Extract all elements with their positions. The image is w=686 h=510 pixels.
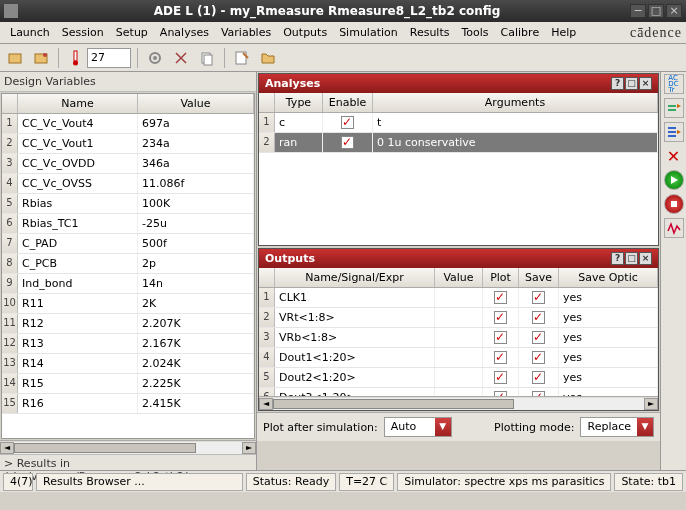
- outputs-icon[interactable]: [664, 122, 684, 142]
- output-value: [435, 368, 483, 387]
- col-name[interactable]: Name: [18, 94, 138, 113]
- save-checkbox[interactable]: [532, 311, 545, 324]
- analysis-row[interactable]: 2 ran 0 1u conservative: [259, 133, 658, 153]
- output-name: Dout2<1:20>: [275, 368, 435, 387]
- menu-variables[interactable]: Variables: [215, 24, 277, 41]
- temperature-input[interactable]: [87, 48, 131, 68]
- outputs-help-icon[interactable]: ?: [611, 252, 624, 265]
- close-button[interactable]: ×: [666, 4, 682, 18]
- output-value: [435, 388, 483, 396]
- dv-value: 2.225K: [138, 374, 254, 393]
- dv-row[interactable]: 5 Rbias 100K: [2, 194, 254, 214]
- enable-checkbox[interactable]: [341, 116, 354, 129]
- maximize-button[interactable]: □: [648, 4, 664, 18]
- design-variables-title: Design Variables: [0, 72, 256, 92]
- menu-results[interactable]: Results: [404, 24, 456, 41]
- svg-rect-3: [74, 51, 77, 61]
- col-value[interactable]: Value: [138, 94, 254, 113]
- setup-icon[interactable]: [664, 98, 684, 118]
- folder-icon[interactable]: [257, 47, 279, 69]
- dv-row[interactable]: 4 CC_Vc_OVSS 11.086f: [2, 174, 254, 194]
- copy-icon[interactable]: [196, 47, 218, 69]
- dv-row[interactable]: 11 R12 2.207K: [2, 314, 254, 334]
- chevron-down-icon[interactable]: ▼: [637, 418, 653, 436]
- save-checkbox[interactable]: [532, 351, 545, 364]
- plot-after-combo[interactable]: Auto ▼: [384, 417, 452, 437]
- output-row[interactable]: 4 Dout1<1:20> yes: [259, 348, 658, 368]
- dv-row[interactable]: 10 R11 2K: [2, 294, 254, 314]
- minimize-button[interactable]: −: [630, 4, 646, 18]
- menu-outputs[interactable]: Outputs: [277, 24, 333, 41]
- plot-checkbox[interactable]: [494, 331, 507, 344]
- save-checkbox[interactable]: [532, 391, 545, 396]
- dv-row[interactable]: 6 Rbias_TC1 -25u: [2, 214, 254, 234]
- window-title: ADE L (1) - my_Rmeasure Rmeasure8_L2_tb2…: [24, 4, 630, 18]
- menu-setup[interactable]: Setup: [110, 24, 154, 41]
- analyses-max-icon[interactable]: □: [625, 77, 638, 90]
- output-row[interactable]: 1 CLK1 yes: [259, 288, 658, 308]
- menu-session[interactable]: Session: [56, 24, 110, 41]
- save-checkbox[interactable]: [532, 291, 545, 304]
- menu-help[interactable]: Help: [545, 24, 582, 41]
- outputs-close-icon[interactable]: ×: [639, 252, 652, 265]
- analysis-row[interactable]: 1 c t: [259, 113, 658, 133]
- tool-open-icon[interactable]: [4, 47, 26, 69]
- dv-name: R12: [18, 314, 138, 333]
- plot-checkbox[interactable]: [494, 291, 507, 304]
- plot-checkbox[interactable]: [494, 371, 507, 384]
- output-saveopt: yes: [559, 348, 658, 367]
- save-checkbox[interactable]: [532, 371, 545, 384]
- output-row[interactable]: 2 VRt<1:8> yes: [259, 308, 658, 328]
- svg-rect-14: [668, 135, 676, 137]
- gear-icon[interactable]: [144, 47, 166, 69]
- plot-mode-combo[interactable]: Replace ▼: [580, 417, 654, 437]
- outputs-max-icon[interactable]: □: [625, 252, 638, 265]
- menu-launch[interactable]: Launch: [4, 24, 56, 41]
- dv-row[interactable]: 14 R15 2.225K: [2, 374, 254, 394]
- output-row[interactable]: 6 Dout3<1:20> yes: [259, 388, 658, 396]
- plot-checkbox[interactable]: [494, 391, 507, 396]
- plot-checkbox[interactable]: [494, 351, 507, 364]
- analyses-close-icon[interactable]: ×: [639, 77, 652, 90]
- thermometer-icon[interactable]: [65, 47, 87, 69]
- menu-simulation[interactable]: Simulation: [333, 24, 404, 41]
- dv-row[interactable]: 15 R16 2.415K: [2, 394, 254, 414]
- dv-row[interactable]: 1 CC_Vc_Vout4 697a: [2, 114, 254, 134]
- output-saveopt: yes: [559, 368, 658, 387]
- plot-checkbox[interactable]: [494, 311, 507, 324]
- analysis-args: t: [373, 113, 658, 132]
- waveform-icon[interactable]: [664, 218, 684, 238]
- output-value: [435, 328, 483, 347]
- menu-tools[interactable]: Tools: [455, 24, 494, 41]
- output-row[interactable]: 3 VRb<1:8> yes: [259, 328, 658, 348]
- window-titlebar: ADE L (1) - my_Rmeasure Rmeasure8_L2_tb2…: [0, 0, 686, 22]
- run-button[interactable]: [664, 170, 684, 190]
- output-row[interactable]: 5 Dout2<1:20> yes: [259, 368, 658, 388]
- cut-icon[interactable]: [170, 47, 192, 69]
- delete-icon[interactable]: ✕: [664, 146, 684, 166]
- dv-name: R16: [18, 394, 138, 413]
- menu-analyses[interactable]: Analyses: [154, 24, 215, 41]
- menu-calibre[interactable]: Calibre: [495, 24, 546, 41]
- edit-icon[interactable]: [231, 47, 253, 69]
- dv-row[interactable]: 2 CC_Vc_Vout1 234a: [2, 134, 254, 154]
- dv-row[interactable]: 8 C_PCB 2p: [2, 254, 254, 274]
- design-variables-table[interactable]: Name Value 1 CC_Vc_Vout4 697a2 CC_Vc_Vou…: [1, 93, 255, 439]
- dv-row[interactable]: 3 CC_Vc_OVDD 346a: [2, 154, 254, 174]
- status-results-browser[interactable]: Results Browser ...: [36, 473, 243, 491]
- dv-hscroll[interactable]: ◄ ►: [0, 440, 256, 454]
- save-checkbox[interactable]: [532, 331, 545, 344]
- dv-row[interactable]: 7 C_PAD 500f: [2, 234, 254, 254]
- app-icon: [4, 4, 18, 18]
- svg-rect-13: [668, 131, 676, 133]
- analyses-help-icon[interactable]: ?: [611, 77, 624, 90]
- acdc-icon[interactable]: ACDCTr: [664, 74, 684, 94]
- chevron-down-icon[interactable]: ▼: [435, 418, 451, 436]
- stop-button[interactable]: [664, 194, 684, 214]
- enable-checkbox[interactable]: [341, 136, 354, 149]
- tool-save-icon[interactable]: [30, 47, 52, 69]
- dv-row[interactable]: 12 R13 2.167K: [2, 334, 254, 354]
- dv-row[interactable]: 9 Ind_bond 14n: [2, 274, 254, 294]
- dv-row[interactable]: 13 R14 2.024K: [2, 354, 254, 374]
- outputs-hscroll[interactable]: ◄ ►: [259, 396, 658, 410]
